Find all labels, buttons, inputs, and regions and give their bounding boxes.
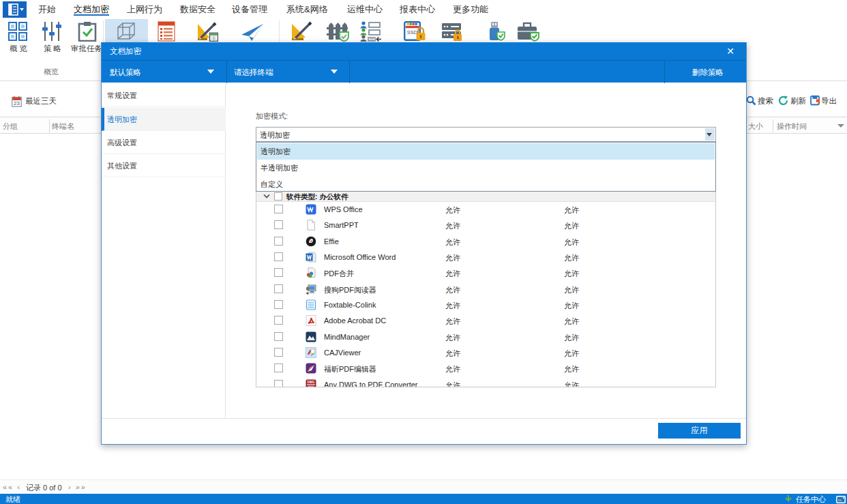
svg-text:DWG: DWG	[308, 381, 315, 384]
svg-text:PDF: PDF	[308, 386, 314, 387]
svg-text:23: 23	[14, 100, 20, 106]
svg-text:SSD: SSD	[407, 29, 418, 35]
